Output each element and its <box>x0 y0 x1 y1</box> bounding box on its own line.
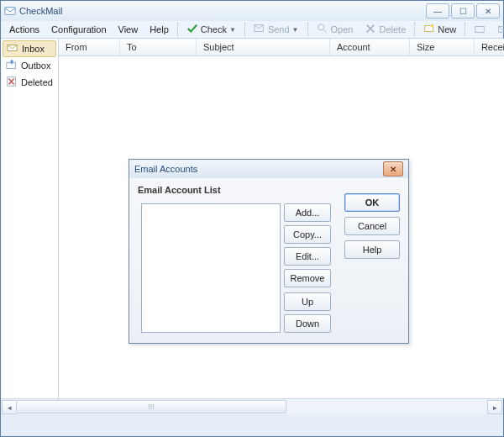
edit-button[interactable]: Edit... <box>284 247 331 266</box>
horizontal-scrollbar[interactable]: ◂ !!! ▸ <box>1 398 503 414</box>
forward-icon-button[interactable] <box>492 22 504 37</box>
col-received[interactable]: Received <box>475 39 504 55</box>
chevron-down-icon: ▼ <box>292 26 299 34</box>
scroll-thumb[interactable]: !!! <box>16 400 286 413</box>
col-size[interactable]: Size <box>410 39 475 55</box>
search-icon <box>317 23 328 36</box>
menu-actions[interactable]: Actions <box>4 24 45 35</box>
new-icon <box>423 23 435 36</box>
dialog-title: Email Accounts <box>134 164 383 174</box>
outbox-icon <box>6 59 18 72</box>
add-button[interactable]: Add... <box>284 203 331 222</box>
chevron-down-icon: ▼ <box>229 26 236 34</box>
sidebar-item-label: Deleted <box>21 77 53 87</box>
send-button[interactable]: Send ▼ <box>249 21 304 38</box>
window-title: CheckMail <box>19 6 426 16</box>
delete-label: Delete <box>379 24 406 34</box>
inbox-icon <box>7 42 18 55</box>
main-window: CheckMail — ☐ ✕ Actions Configuration Vi… <box>0 0 504 437</box>
help-button[interactable]: Help <box>344 240 400 259</box>
menu-configuration[interactable]: Configuration <box>46 24 111 35</box>
dialog-body: Email Account List Add... Copy... Edit..… <box>129 178 408 343</box>
send-icon <box>254 23 265 36</box>
open-button[interactable]: Open <box>312 21 359 38</box>
dialog-close-button[interactable]: ✕ <box>383 161 403 176</box>
toolbar-separator <box>465 23 465 36</box>
titlebar: CheckMail — ☐ ✕ <box>1 1 503 21</box>
toolbar-separator <box>307 23 308 36</box>
delete-icon <box>365 23 376 36</box>
sidebar-item-label: Inbox <box>22 44 45 54</box>
toolbar-separator <box>244 23 245 36</box>
open-label: Open <box>331 24 354 34</box>
sidebar-item-inbox[interactable]: Inbox <box>3 40 56 57</box>
new-button[interactable]: New <box>418 21 461 38</box>
menu-view[interactable]: View <box>113 24 144 35</box>
delete-button[interactable]: Delete <box>360 21 411 38</box>
scroll-left-button[interactable]: ◂ <box>2 400 17 414</box>
col-from[interactable]: From <box>59 39 120 55</box>
sidebar-item-label: Outbox <box>21 61 50 71</box>
svg-point-4 <box>431 24 434 28</box>
down-button[interactable]: Down <box>284 314 331 333</box>
folder-tree: Inbox Outbox Deleted <box>1 39 59 398</box>
copy-button[interactable]: Copy... <box>284 225 331 244</box>
sidebar-item-outbox[interactable]: Outbox <box>1 57 58 74</box>
reply-icon-button[interactable] <box>469 22 491 37</box>
cancel-button[interactable]: Cancel <box>344 217 400 235</box>
up-button[interactable]: Up <box>284 292 331 311</box>
ok-button[interactable]: OK <box>344 193 400 212</box>
dialog-titlebar: Email Accounts ✕ <box>129 160 408 178</box>
window-buttons: — ☐ ✕ <box>426 3 500 18</box>
minimize-button[interactable]: — <box>426 3 449 18</box>
col-subject[interactable]: Subject <box>197 39 330 55</box>
remove-button[interactable]: Remove <box>284 269 331 287</box>
menu-help[interactable]: Help <box>144 24 174 35</box>
email-accounts-dialog: Email Accounts ✕ Email Account List Add.… <box>129 159 409 344</box>
app-icon <box>4 5 16 17</box>
scroll-right-button[interactable]: ▸ <box>487 400 502 414</box>
col-to[interactable]: To <box>120 39 197 55</box>
column-headers: From To Subject Account Size Received <box>59 39 504 56</box>
list-edit-buttons: Add... Copy... Edit... Remove <box>284 203 331 287</box>
sidebar-item-deleted[interactable]: Deleted <box>1 74 58 91</box>
list-order-buttons: Up Down <box>284 292 331 333</box>
svg-rect-5 <box>475 27 485 33</box>
col-account[interactable]: Account <box>330 39 410 55</box>
svg-rect-0 <box>5 8 15 15</box>
scroll-thumb-grip: !!! <box>148 403 155 411</box>
check-label: Check <box>201 24 227 34</box>
menu-separator <box>177 23 178 36</box>
svg-point-2 <box>318 24 323 30</box>
dialog-action-buttons: OK Cancel Help <box>344 193 400 259</box>
check-button[interactable]: Check ▼ <box>181 21 241 38</box>
send-label: Send <box>268 24 290 34</box>
new-label: New <box>438 24 456 34</box>
toolbar-separator <box>414 23 415 36</box>
maximize-button[interactable]: ☐ <box>451 3 475 18</box>
menubar: Actions Configuration View Help Check ▼ … <box>1 21 503 38</box>
close-button[interactable]: ✕ <box>476 3 500 18</box>
check-icon <box>186 23 198 36</box>
account-listbox[interactable] <box>141 203 281 333</box>
deleted-icon <box>6 76 18 89</box>
